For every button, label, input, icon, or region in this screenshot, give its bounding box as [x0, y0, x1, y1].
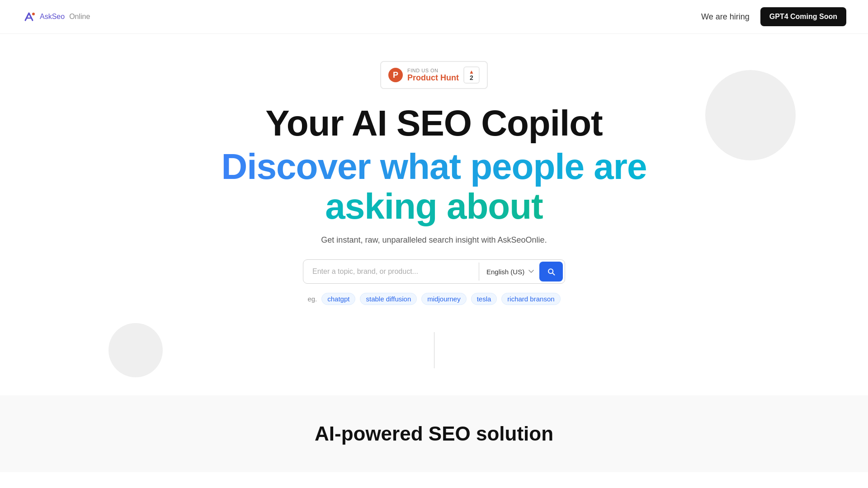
eg-label: eg.	[307, 295, 317, 303]
ph-upvote-box[interactable]: ▲ 2	[463, 66, 480, 84]
vertical-divider	[434, 332, 434, 368]
search-button[interactable]	[539, 262, 563, 282]
logo-icon	[22, 9, 36, 24]
decorative-circle-left	[108, 323, 163, 377]
product-hunt-icon: P	[388, 68, 403, 82]
search-bar: English (US)	[303, 259, 565, 284]
navbar: AskSeoOnline We are hiring GPT4 Coming S…	[0, 0, 868, 34]
tag-richard-branson[interactable]: richard branson	[501, 293, 560, 305]
hero-subtitle-line2: asking about	[222, 187, 647, 226]
logo-online-text: Online	[69, 13, 90, 21]
language-select[interactable]: English (US)	[479, 262, 538, 282]
product-hunt-text: FIND US ON Product Hunt	[407, 68, 459, 83]
cta-button[interactable]: GPT4 Coming Soon	[760, 7, 846, 26]
ph-count: 2	[470, 75, 473, 81]
hero-description: Get instant, raw, unparalleled search in…	[321, 235, 547, 245]
tag-midjourney[interactable]: midjourney	[421, 293, 466, 305]
tag-chatgpt[interactable]: chatgpt	[321, 293, 355, 305]
bottom-title: AI-powered SEO solution	[22, 422, 846, 445]
logo-ask-text: AskSeo	[40, 13, 65, 21]
search-input[interactable]	[303, 261, 479, 282]
svg-point-0	[32, 13, 35, 15]
hero-subtitle: Discover what people are asking about	[222, 147, 647, 226]
ph-name-label: Product Hunt	[407, 73, 459, 83]
example-tags: eg. chatgpt stable diffusion midjourney …	[307, 293, 560, 305]
bottom-section: AI-powered SEO solution	[0, 395, 868, 472]
hero-section: P FIND US ON Product Hunt ▲ 2 Your AI SE…	[0, 34, 868, 395]
navbar-right: We are hiring GPT4 Coming Soon	[701, 7, 846, 26]
hiring-link[interactable]: We are hiring	[701, 12, 750, 22]
product-hunt-badge[interactable]: P FIND US ON Product Hunt ▲ 2	[380, 61, 488, 89]
decorative-circle-right	[705, 70, 796, 160]
tag-stable-diffusion[interactable]: stable diffusion	[360, 293, 417, 305]
ph-find-us-label: FIND US ON	[407, 68, 459, 73]
hero-subtitle-line1: Discover what people are	[222, 147, 647, 187]
tag-tesla[interactable]: tesla	[471, 293, 497, 305]
logo-link[interactable]: AskSeoOnline	[22, 9, 90, 24]
search-icon	[547, 267, 556, 276]
hero-title: Your AI SEO Copilot	[265, 103, 602, 143]
